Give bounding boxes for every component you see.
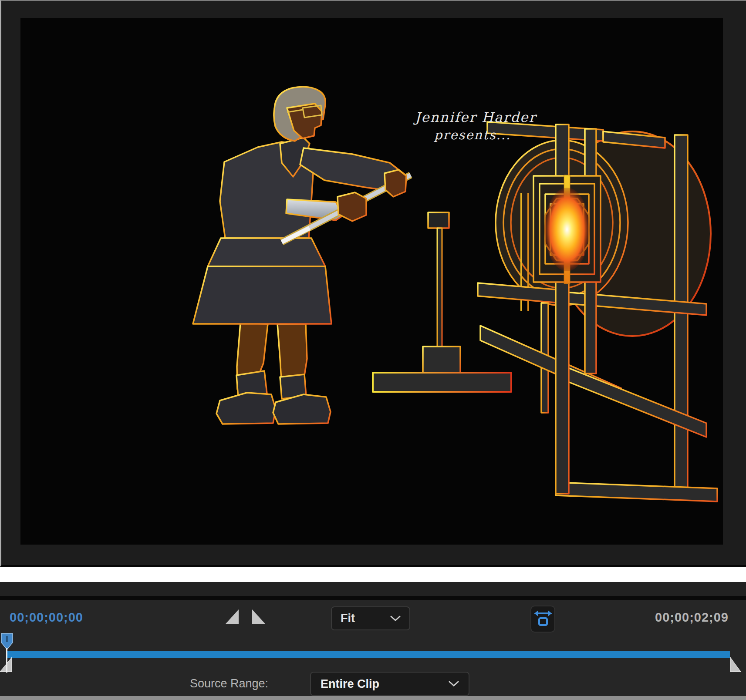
hem-band	[208, 238, 325, 266]
duration-timecode: 00;00;02;09	[655, 610, 729, 625]
timeline-scrub-bar[interactable]	[7, 651, 730, 658]
app-window: Jennifer Harder presents... 00;00;00;00 …	[0, 0, 746, 700]
step-back-button[interactable]	[225, 609, 239, 624]
furnace-glow	[544, 188, 590, 271]
frame-post-right	[675, 135, 688, 496]
panel-gap	[0, 567, 746, 582]
credit-line-1: Jennifer Harder	[413, 109, 537, 125]
skirt	[193, 266, 331, 324]
source-range-dropdown[interactable]: Entire Clip	[310, 672, 469, 696]
preview-monitor-panel: Jennifer Harder presents...	[0, 0, 746, 567]
video-frame-illustration: Jennifer Harder presents...	[20, 18, 723, 545]
panel-separator	[0, 596, 746, 600]
source-range-label: Source Range:	[183, 676, 268, 691]
resize-frame-button[interactable]	[530, 606, 555, 633]
credit-line-2: presents...	[434, 128, 511, 142]
glove-far	[385, 170, 406, 197]
video-canvas: Jennifer Harder presents...	[20, 18, 723, 545]
zoom-level-dropdown[interactable]: Fit	[331, 606, 410, 630]
step-forward-button[interactable]	[252, 609, 266, 624]
stand-cap	[428, 212, 449, 228]
source-range-value: Entire Clip	[321, 677, 449, 691]
chevron-down-icon	[390, 616, 401, 622]
transport-panel: 00;00;00;00 Fit	[0, 582, 746, 700]
stand-block	[423, 347, 460, 374]
current-timecode[interactable]: 00;00;00;00	[10, 610, 83, 625]
panel-top-strip	[0, 582, 746, 596]
step-back-triangle-icon	[225, 609, 239, 624]
stand-pole	[437, 228, 442, 348]
playhead-line	[6, 648, 7, 673]
trim-out-handle[interactable]	[730, 657, 742, 672]
step-forward-triangle-icon	[252, 609, 266, 624]
stand-base-plank	[373, 373, 511, 392]
panel-bottom-edge	[0, 696, 746, 700]
resize-frame-icon	[534, 610, 552, 628]
zoom-level-value: Fit	[341, 612, 390, 625]
chevron-down-icon	[449, 681, 459, 687]
